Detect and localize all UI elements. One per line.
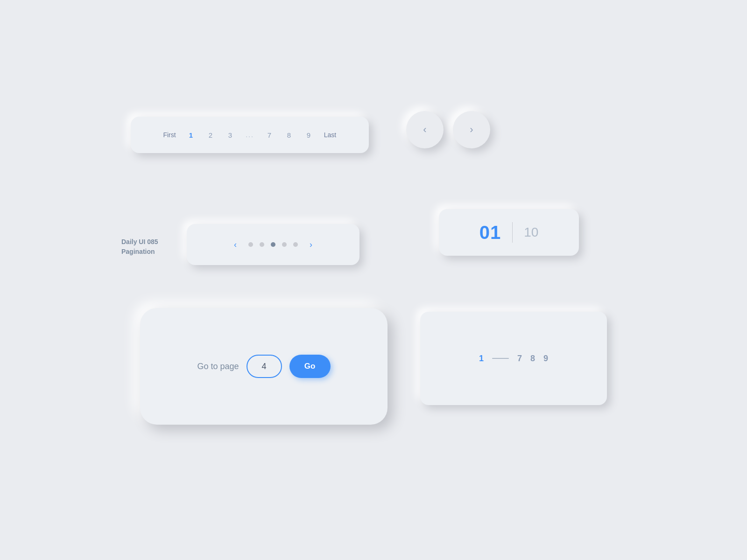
- counter-current-value: 01: [479, 222, 501, 243]
- dot-2[interactable]: [260, 242, 264, 247]
- counter-divider: [512, 222, 513, 243]
- go-button[interactable]: Go: [289, 355, 331, 378]
- dot-pagination: ‹ ›: [187, 224, 359, 265]
- simple-page-9[interactable]: 9: [543, 354, 548, 364]
- chevron-left-icon: ‹: [423, 124, 426, 136]
- dot-4[interactable]: [282, 242, 287, 247]
- chevron-right-icon: ›: [470, 124, 473, 136]
- arrow-navigation: ‹ ›: [406, 111, 490, 148]
- dot-next-button[interactable]: ›: [304, 238, 317, 251]
- simple-page-7[interactable]: 7: [517, 354, 522, 364]
- pagination-ellipsis: ...: [241, 126, 258, 143]
- go-to-page-widget: Go to page Go: [140, 308, 388, 425]
- simple-page-8[interactable]: 8: [530, 354, 535, 364]
- counter-pagination: 01 10: [439, 209, 579, 256]
- daily-ui-label: Daily UI 085 Pagination: [121, 237, 158, 257]
- page-1-button[interactable]: 1: [183, 126, 199, 143]
- page-2-button[interactable]: 2: [202, 126, 219, 143]
- simple-pagination-dash: [492, 358, 509, 359]
- simple-page-1[interactable]: 1: [479, 354, 484, 364]
- dot-prev-button[interactable]: ‹: [229, 238, 242, 251]
- counter-total-value: 10: [524, 225, 538, 240]
- prev-arrow-button[interactable]: ‹: [406, 111, 444, 148]
- page-3-button[interactable]: 3: [222, 126, 239, 143]
- page-8-button[interactable]: 8: [281, 126, 297, 143]
- dot-5[interactable]: [293, 242, 298, 247]
- dot-3[interactable]: [271, 242, 275, 247]
- first-button[interactable]: First: [159, 126, 180, 143]
- last-button[interactable]: Last: [320, 126, 340, 143]
- pagination-bar: First 1 2 3 ... 7 8 9 Last: [131, 117, 369, 153]
- next-arrow-button[interactable]: ›: [453, 111, 490, 148]
- page-7-button[interactable]: 7: [261, 126, 278, 143]
- dot-1[interactable]: [248, 242, 253, 247]
- go-to-page-label: Go to page: [197, 362, 239, 371]
- simple-pagination: 1 7 8 9: [420, 312, 607, 405]
- page-9-button[interactable]: 9: [300, 126, 317, 143]
- go-to-page-input[interactable]: [247, 355, 282, 378]
